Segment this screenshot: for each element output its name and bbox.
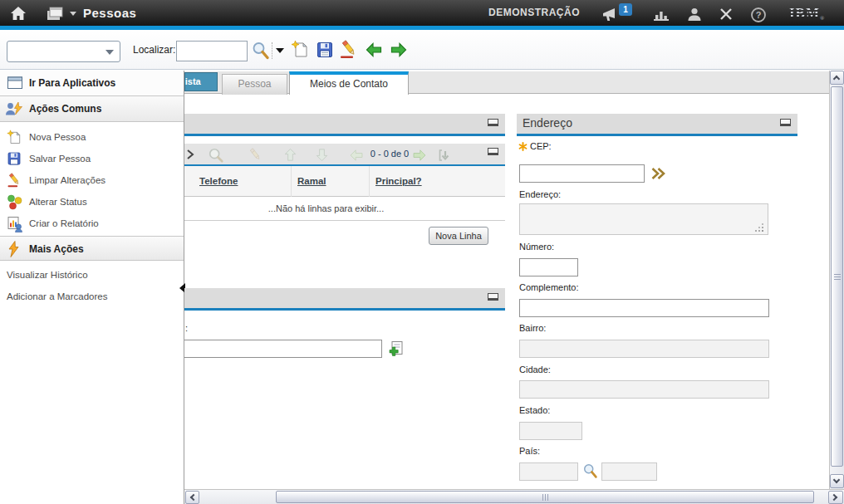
save-icon[interactable] <box>316 41 334 59</box>
column-divider <box>369 166 370 197</box>
column-divider <box>291 166 292 197</box>
eraser-pencil-icon <box>7 173 23 188</box>
tab-lista[interactable]: Lista <box>184 72 218 91</box>
pais-input <box>519 462 578 481</box>
new-record-icon[interactable] <box>291 40 310 59</box>
nova-linha-button[interactable]: Nova Linha <box>429 227 488 245</box>
thumb-grip-icon <box>545 494 546 501</box>
move-down-icon <box>314 147 330 163</box>
sidebar-item-label: Salvar Pessoa <box>29 148 91 169</box>
numero-input[interactable] <box>519 258 578 276</box>
partial-field-input[interactable] <box>184 340 382 358</box>
scroll-up-button[interactable] <box>830 71 844 85</box>
endereco-label: Endereço: <box>519 189 561 199</box>
column-header-telefone[interactable]: Telefone <box>199 176 238 186</box>
clear-changes-icon[interactable] <box>339 40 361 59</box>
phone-table-toolbar <box>184 144 505 166</box>
lookup-icon[interactable] <box>582 462 599 481</box>
resize-grip-icon[interactable] <box>762 230 763 232</box>
scroll-left-button[interactable] <box>185 491 199 504</box>
common-actions-header[interactable]: Ações Comuns <box>0 96 184 122</box>
chevron-right-icon <box>831 494 837 501</box>
sidebar-item-label: Adicionar a Marcadores <box>7 286 107 307</box>
profile-icon[interactable] <box>686 7 703 22</box>
download-icon <box>437 148 452 163</box>
numero-label: Número: <box>519 242 554 252</box>
column-header-ramal[interactable]: Ramal <box>297 176 326 186</box>
sidebar-item-go-to-applications[interactable]: Ir Para Aplicativos <box>0 71 184 96</box>
vertical-scrollbar-thumb[interactable] <box>831 86 843 467</box>
phone-table-header-row: Telefone Ramal Principal? <box>184 166 505 197</box>
sidebar-item-limpar-alteracoes[interactable]: Limpar Alterações <box>0 169 184 191</box>
scroll-down-button[interactable] <box>830 474 844 488</box>
expand-icon[interactable] <box>186 149 194 160</box>
bairro-input <box>519 340 769 358</box>
chevron-up-icon <box>833 76 840 82</box>
sidebar-item-label: Alterar Status <box>29 191 87 213</box>
sidebar-item-criar-relatorio[interactable]: Criar o Relatório <box>0 213 184 234</box>
minimize-icon[interactable] <box>488 119 498 126</box>
table-pager: 0 - 0 de 0 <box>359 144 420 164</box>
application-window: Pessoas DEMONSTRAÇÃO 1 <box>0 0 844 504</box>
previous-record-icon[interactable] <box>365 41 383 59</box>
sidebar-item-adicionar-marcadores[interactable]: Adicionar a Marcadores <box>0 286 184 307</box>
applications-caret-icon <box>70 12 76 16</box>
reports-chart-icon[interactable] <box>653 7 670 22</box>
record-combobox[interactable] <box>7 41 120 62</box>
close-icon[interactable] <box>719 7 734 22</box>
tab-pessoa[interactable]: Pessoa <box>222 74 287 95</box>
cep-input[interactable] <box>519 164 645 183</box>
cidade-input <box>519 380 769 399</box>
sidebar-item-alterar-status[interactable]: Alterar Status <box>0 191 184 213</box>
horizontal-scrollbar[interactable] <box>184 489 844 504</box>
search-icon[interactable] <box>251 41 271 61</box>
phone-section-header <box>184 114 505 136</box>
window-icon <box>7 76 23 91</box>
save-icon <box>7 151 22 166</box>
minimize-icon[interactable] <box>488 293 498 301</box>
complemento-input[interactable] <box>519 299 769 317</box>
vertical-scrollbar[interactable] <box>829 71 844 489</box>
ibm-logo: IBM® <box>789 5 825 22</box>
applications-icon[interactable] <box>47 7 66 22</box>
column-header-principal[interactable]: Principal? <box>375 176 422 186</box>
sidebar-item-label: Ir Para Aplicativos <box>29 71 115 96</box>
cidade-label: Cidade: <box>519 365 551 374</box>
localizar-input[interactable] <box>176 41 248 61</box>
status-balls-icon <box>7 194 22 210</box>
svg-text:?: ? <box>756 10 762 20</box>
help-icon[interactable]: ? <box>750 7 767 23</box>
partial-section-header <box>184 288 505 311</box>
filter-search-icon <box>208 147 224 164</box>
address-section-title: Endereço <box>523 116 572 130</box>
estado-label: Estado: <box>519 405 550 415</box>
app-title: Pessoas <box>83 0 136 26</box>
more-actions-header[interactable]: Mais Ações <box>0 236 184 261</box>
home-icon[interactable] <box>10 6 27 22</box>
horizontal-scrollbar-thumb[interactable] <box>276 491 814 503</box>
sidebar-item-label: Criar o Relatório <box>29 213 99 234</box>
record-toolbar: Localizar: <box>0 30 844 70</box>
notification-badge: 1 <box>619 3 632 16</box>
crossover-icon[interactable] <box>650 165 666 182</box>
estado-input <box>519 422 582 440</box>
person-lightning-icon <box>5 101 23 117</box>
side-navigation: Ir Para Aplicativos Ações Comuns Nov <box>0 71 184 504</box>
pais-description-input <box>601 462 657 481</box>
complemento-label: Complemento: <box>519 282 579 292</box>
required-icon <box>518 142 528 151</box>
next-record-icon[interactable] <box>390 41 408 59</box>
minimize-icon[interactable] <box>780 119 791 126</box>
sidebar-item-label: Visualizar Histórico <box>7 264 88 286</box>
sidebar-item-nova-pessoa[interactable]: Nova Pessoa <box>0 126 184 148</box>
scroll-right-button[interactable] <box>828 491 843 504</box>
endereco-textarea[interactable] <box>519 203 768 235</box>
sidebar-item-salvar-pessoa[interactable]: Salvar Pessoa <box>0 148 184 169</box>
minimize-icon[interactable] <box>488 148 498 155</box>
search-menu-caret-icon[interactable] <box>276 48 284 53</box>
thumb-grip-icon <box>834 276 841 277</box>
sidebar-item-visualizar-historico[interactable]: Visualizar Histórico <box>0 264 184 286</box>
detail-menu-icon[interactable] <box>388 340 405 357</box>
partial-field-label: : <box>185 323 188 333</box>
tab-meios-de-contato[interactable]: Meios de Contato <box>289 71 409 95</box>
